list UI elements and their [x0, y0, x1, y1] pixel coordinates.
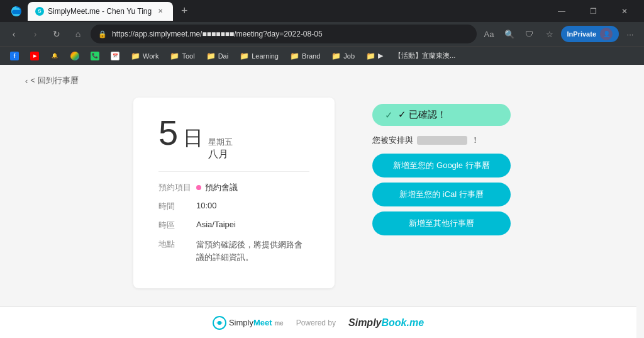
folder-icon-more: 📁 — [366, 52, 375, 60]
notification-icon: 🔔 — [50, 52, 59, 60]
assigned-before: 您被安排與 — [372, 135, 413, 146]
bookmark-brand-label: Brand — [302, 52, 320, 60]
assigned-after: ！ — [471, 135, 479, 146]
back-link-label: < 回到行事曆 — [30, 75, 78, 86]
bookmarks-bar: f ▶ 🔔 📞 📅 📁 Work 📁 Tool 📁 Dai � — [0, 46, 644, 65]
bookmark-job[interactable]: 📁 Job — [326, 50, 360, 62]
svg-point-1 — [218, 321, 221, 325]
detail-value-location: 當預約確認後，將提供網路會議的詳細資訊。 — [196, 239, 309, 263]
back-chevron-icon: ‹ — [25, 76, 28, 86]
restore-button[interactable]: ❐ — [579, 0, 608, 22]
address-text: https://app.simplymeet.me/■■■■■■■/meetin… — [112, 30, 323, 38]
nav-bar: ‹ › ↻ ⌂ 🔒 https://app.simplymeet.me/■■■■… — [0, 22, 644, 46]
close-button[interactable]: ✕ — [610, 0, 639, 22]
date-day: 5 — [158, 115, 178, 150]
add-google-calendar-button[interactable]: 新增至您的 Google 行事曆 — [372, 154, 511, 177]
bookmark-brand[interactable]: 📁 Brand — [285, 50, 325, 62]
favorites-button[interactable]: ☆ — [541, 25, 558, 43]
bookmark-calendar[interactable]: 📅 — [106, 50, 125, 62]
detail-label-item: 預約項目 — [158, 182, 196, 193]
detail-value-item: 預約會議 — [196, 182, 238, 193]
detail-row-timezone: 時區 Asia/Taipei — [158, 220, 309, 231]
bookmark-work-label: Work — [143, 52, 158, 60]
bookmark-learning[interactable]: 📁 Learning — [235, 50, 284, 62]
date-ri: 日 — [183, 125, 203, 152]
youtube-icon: ▶ — [30, 52, 39, 60]
bookmark-job-label: Job — [343, 52, 355, 60]
avatar: 👤 — [600, 28, 613, 40]
bookmark-dai[interactable]: 📁 Dai — [201, 50, 234, 62]
main-area: 5 日 星期五 八月 預約項目 預約會議 時間 10:00 時區 — [0, 91, 644, 295]
bookmark-more-folders[interactable]: 📁 ▶ — [361, 50, 388, 62]
folder-icon-learning: 📁 — [240, 52, 249, 60]
title-bar: S SimplyMeet.me - Chen Yu Ting ✕ + — ❐ ✕ — [0, 0, 644, 22]
active-tab[interactable]: S SimplyMeet.me - Chen Yu Ting ✕ — [28, 2, 173, 21]
chrome-icon — [70, 52, 79, 60]
date-month: 八月 — [208, 148, 233, 161]
read-view-button[interactable]: Aa — [480, 25, 498, 43]
detail-row-location: 地點 當預約確認後，將提供網路會議的詳細資訊。 — [158, 239, 309, 263]
address-bar[interactable]: 🔒 https://app.simplymeet.me/■■■■■■■/meet… — [91, 25, 477, 43]
bookmark-learning-label: Learning — [252, 52, 279, 60]
event-link-label: 【活動】宜蘭東澳... — [394, 51, 455, 60]
detail-label-location: 地點 — [158, 239, 196, 250]
bookmark-work[interactable]: 📁 Work — [126, 50, 164, 62]
date-header: 5 日 星期五 八月 — [158, 115, 309, 172]
confirmed-badge: ✓ ✓ 已確認！ — [372, 104, 511, 126]
folder-icon-job: 📁 — [331, 52, 341, 60]
detail-label-timezone: 時區 — [158, 220, 196, 231]
nav-actions: Aa 🔍 🛡 ☆ InPrivate 👤 ··· — [480, 25, 639, 43]
folder-icon-brand: 📁 — [290, 52, 299, 60]
facebook-icon: f — [10, 52, 19, 60]
detail-value-time: 10:00 — [196, 201, 217, 210]
back-to-calendar-link[interactable]: ‹ < 回到行事曆 — [0, 65, 644, 91]
simplymeet-logo-icon — [213, 316, 226, 330]
new-tab-button[interactable]: + — [175, 3, 193, 20]
browser-icon — [10, 5, 23, 18]
simplymeet-text: SimplyMeet me — [229, 318, 284, 327]
calendar-icon: 📅 — [111, 52, 119, 60]
add-ical-button[interactable]: 新增至您的 iCal 行事曆 — [372, 183, 511, 206]
bookmark-event[interactable]: 【活動】宜蘭東澳... — [389, 49, 460, 62]
detail-row-item: 預約項目 預約會議 — [158, 182, 309, 193]
confirmed-label: ✓ 已確認！ — [398, 109, 447, 121]
tab-close-button[interactable]: ✕ — [155, 6, 165, 16]
search-button[interactable]: 🔍 — [501, 25, 518, 43]
home-button[interactable]: ⌂ — [69, 25, 87, 43]
assigned-text: 您被安排與 ！ — [372, 135, 511, 146]
date-card: 5 日 星期五 八月 預約項目 預約會議 時間 10:00 時區 — [133, 98, 335, 288]
inprivate-button[interactable]: InPrivate 👤 — [561, 26, 619, 42]
minimize-button[interactable]: — — [547, 0, 576, 22]
refresh-button[interactable]: ↻ — [48, 25, 65, 43]
bookmark-tool-label: Tool — [182, 52, 194, 60]
footer: SimplyMeet me Powered by SimplyBook.me — [0, 307, 636, 338]
forward-button[interactable]: › — [26, 25, 44, 43]
page-content: ‹ < 回到行事曆 5 日 星期五 八月 預約項目 預約會議 — [0, 65, 644, 338]
inprivate-label: InPrivate — [567, 30, 596, 38]
bookmark-facebook[interactable]: f — [5, 50, 24, 62]
folder-icon-tool: 📁 — [170, 52, 179, 60]
folder-icon-work: 📁 — [131, 52, 140, 60]
detail-value-timezone: Asia/Taipei — [196, 220, 236, 229]
bookmark-dai-label: Dai — [218, 52, 229, 60]
detail-row-time: 時間 10:00 — [158, 201, 309, 212]
tab-title: SimplyMeet.me - Chen Yu Ting — [48, 7, 152, 16]
bookmark-youtube[interactable]: ▶ — [25, 50, 44, 62]
check-icon: ✓ — [385, 110, 393, 121]
detail-label-time: 時間 — [158, 201, 196, 212]
bookmark-chrome[interactable] — [65, 50, 84, 62]
tab-favicon: S — [35, 7, 44, 16]
shield-button[interactable]: 🛡 — [521, 25, 538, 43]
right-panel: ✓ ✓ 已確認！ 您被安排與 ！ 新增至您的 Google 行事曆 新增至您的 … — [372, 98, 511, 240]
simplymeet-logo: SimplyMeet me — [213, 316, 284, 330]
bookmark-notif[interactable]: 🔔 — [45, 50, 64, 62]
simplybook-logo: SimplyBook.me — [348, 317, 424, 329]
folder-icon-dai: 📁 — [206, 52, 216, 60]
bookmark-whatsapp[interactable]: 📞 — [86, 50, 104, 62]
add-other-calendar-button[interactable]: 新增至其他行事曆 — [372, 211, 511, 235]
back-button[interactable]: ‹ — [5, 25, 23, 43]
bookmark-tool[interactable]: 📁 Tool — [165, 50, 199, 62]
more-button[interactable]: ··· — [621, 25, 639, 43]
date-right: 星期五 八月 — [208, 137, 233, 161]
date-weekday: 星期五 — [208, 137, 233, 148]
